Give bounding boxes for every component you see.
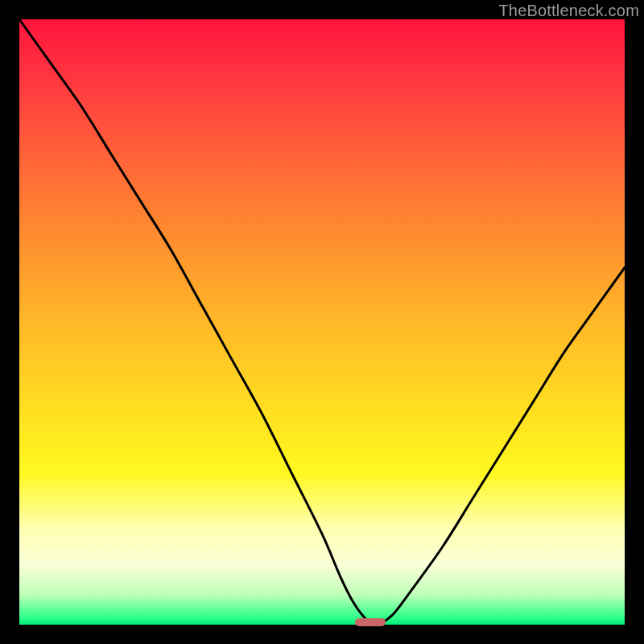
watermark-text: TheBottleneck.com: [498, 2, 639, 20]
bottleneck-curve: [19, 19, 625, 624]
chart-frame: TheBottleneck.com: [0, 0, 644, 644]
plot-area: [19, 19, 625, 625]
optimal-range-marker: [355, 618, 386, 626]
curve-svg: [19, 19, 625, 625]
